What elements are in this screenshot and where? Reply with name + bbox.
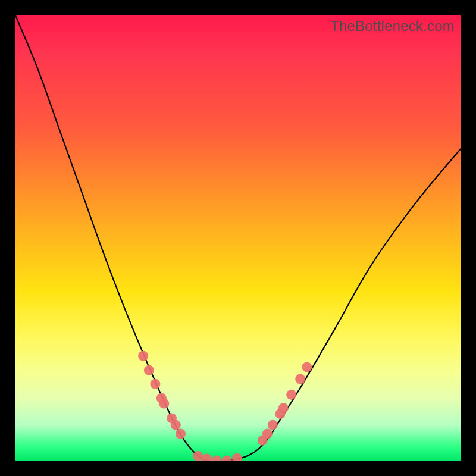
curve-marker: [222, 456, 232, 461]
plot-area: TheBottleneck.com: [15, 15, 461, 461]
curve-layer: [15, 15, 461, 461]
curve-marker: [138, 351, 148, 361]
curve-marker: [295, 374, 305, 384]
curve-marker: [171, 420, 181, 430]
curve-marker: [144, 365, 154, 375]
chart-frame: TheBottleneck.com: [0, 0, 476, 476]
curve-marker: [302, 362, 312, 372]
curve-marker: [278, 403, 289, 413]
curve-marker: [286, 390, 296, 400]
curve-marker: [150, 379, 160, 389]
bottleneck-curve: [15, 15, 461, 461]
curve-marker: [159, 399, 169, 409]
curve-marker: [212, 456, 222, 461]
curve-marker: [262, 429, 273, 439]
curve-marker: [176, 429, 186, 439]
curve-marker: [232, 453, 242, 461]
curve-marker: [268, 420, 278, 430]
curve-marker: [202, 454, 212, 461]
curve-markers: [138, 351, 312, 461]
